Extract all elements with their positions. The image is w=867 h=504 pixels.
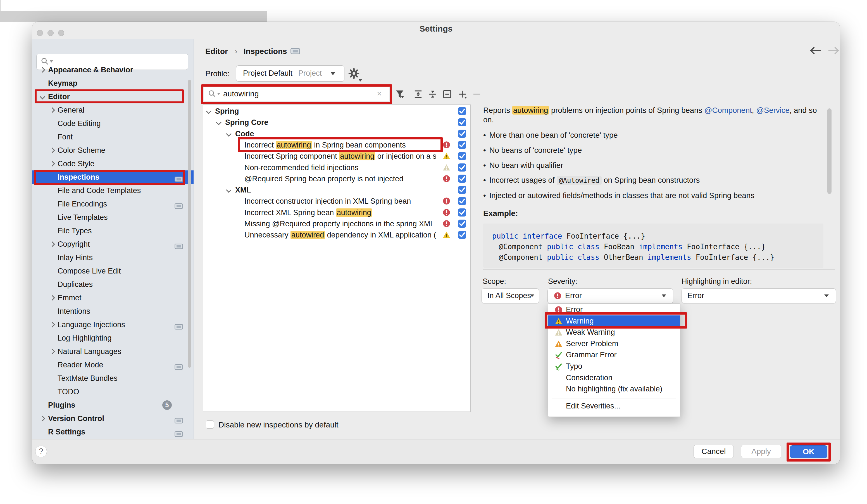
sidebar-item-code-style[interactable]: Code Style <box>32 157 194 170</box>
tree-row[interactable]: Non-recommended field injections <box>244 162 358 173</box>
menu-item-error[interactable]: Error <box>548 304 680 315</box>
sidebar-item-language-injections[interactable]: Language Injections <box>32 318 194 331</box>
back-arrow-icon[interactable] <box>810 46 822 55</box>
sidebar-item-file-encodings[interactable]: File Encodings <box>32 197 194 211</box>
chevron-right-icon[interactable] <box>50 295 55 301</box>
inspection-enabled-checkbox[interactable] <box>458 152 466 160</box>
inspection-enabled-checkbox[interactable] <box>458 186 466 194</box>
sidebar-item-todo[interactable]: TODO <box>32 385 194 398</box>
description-scrollbar[interactable] <box>827 108 832 194</box>
inspection-enabled-checkbox[interactable] <box>458 141 466 149</box>
expand-all-icon[interactable] <box>414 89 422 98</box>
collapse-all-icon[interactable] <box>428 89 437 98</box>
ok-button[interactable]: OK <box>790 445 827 458</box>
sidebar-item-code-editing[interactable]: Code Editing <box>32 117 194 130</box>
menu-item-weak-warning[interactable]: Weak Warning <box>548 326 680 338</box>
chevron-right-icon[interactable] <box>50 107 55 113</box>
annotation-link[interactable]: @Component <box>705 106 752 115</box>
sidebar-item-editor[interactable]: Editor <box>32 90 194 103</box>
sidebar-item-file-types[interactable]: File Types <box>32 224 194 237</box>
sidebar-item-emmet[interactable]: Emmet <box>32 291 194 304</box>
sidebar-item-textmate-bundles[interactable]: TextMate Bundles <box>32 372 194 385</box>
apply-button[interactable]: Apply <box>741 445 781 458</box>
add-icon[interactable] <box>458 89 467 98</box>
severity-select[interactable]: Error <box>547 288 673 303</box>
highlighting-select[interactable]: Error <box>682 288 836 303</box>
tree-row[interactable]: XML <box>235 184 251 195</box>
sidebar-item-color-scheme[interactable]: Color Scheme <box>32 143 194 157</box>
menu-item-grammar-error[interactable]: Grammar Error <box>548 349 680 361</box>
inspection-enabled-checkbox[interactable] <box>458 163 466 172</box>
inspection-enabled-checkbox[interactable] <box>458 197 466 205</box>
sidebar-item-log-highlighting[interactable]: Log Highlighting <box>32 331 194 345</box>
chevron-down-icon[interactable] <box>40 94 45 99</box>
sidebar-item-appearance-behavior[interactable]: Appearance & Behavior <box>32 63 194 77</box>
chevron-right-icon[interactable] <box>50 348 55 354</box>
inspection-enabled-checkbox[interactable] <box>458 118 466 126</box>
sidebar-item-duplicates[interactable]: Duplicates <box>32 278 194 291</box>
chevron-right-icon[interactable] <box>40 416 45 421</box>
filter-icon[interactable] <box>395 89 404 98</box>
tree-row[interactable]: Incorrect autowiring in Spring bean comp… <box>244 139 406 151</box>
sidebar-item-general[interactable]: General <box>32 103 194 117</box>
sidebar-item-plugins[interactable]: Plugins5 <box>32 398 194 412</box>
breadcrumb-editor[interactable]: Editor <box>205 47 228 56</box>
help-button[interactable]: ? <box>35 446 47 457</box>
profile-select[interactable]: Project Default Project <box>236 65 344 82</box>
sidebar-item-reader-mode[interactable]: Reader Mode <box>32 358 194 372</box>
reset-icon[interactable] <box>442 89 451 98</box>
chevron-right-icon[interactable] <box>50 148 55 153</box>
tree-row[interactable]: Incorrect XML Spring bean autowiring <box>244 207 372 218</box>
sidebar-item-inspections[interactable]: Inspections <box>32 170 194 184</box>
remove-icon[interactable] <box>472 89 481 98</box>
tree-row[interactable]: Unnecessary autowired dependency in XML … <box>244 229 436 240</box>
inspection-enabled-checkbox[interactable] <box>458 231 466 239</box>
sidebar-item-r-settings[interactable]: R Settings <box>32 425 194 439</box>
annotation-link[interactable]: @Service <box>756 106 790 115</box>
tree-row[interactable]: Code <box>235 128 254 139</box>
code-line: @Component public class OtherBean implem… <box>499 253 774 261</box>
sidebar-item-natural-languages[interactable]: Natural Languages <box>32 345 194 358</box>
sidebar-item-intentions[interactable]: Intentions <box>32 304 194 318</box>
tree-row[interactable]: Spring Core <box>225 117 268 128</box>
sidebar-item-copyright[interactable]: Copyright <box>32 237 194 251</box>
breadcrumb-inspections[interactable]: Inspections <box>244 47 287 56</box>
scope-select[interactable]: In All Scopes <box>482 288 539 303</box>
error-icon <box>443 197 450 205</box>
sidebar-item-file-and-code-templates[interactable]: File and Code Templates <box>32 184 194 197</box>
tree-row[interactable]: Spring <box>215 106 239 117</box>
tree-row[interactable]: Incorrect constructor injection in XML S… <box>244 195 411 207</box>
chevron-right-icon[interactable] <box>50 322 55 328</box>
sidebar-item-compose-live-edit[interactable]: Compose Live Edit <box>32 264 194 278</box>
sidebar-item-keymap[interactable]: Keymap <box>32 77 194 90</box>
menu-item-edit-severities[interactable]: Edit Severities... <box>566 402 620 410</box>
menu-item-warning[interactable]: Warning <box>548 315 680 326</box>
inspections-search-field[interactable]: autowiring × <box>204 87 389 101</box>
sidebar-item-live-templates[interactable]: Live Templates <box>32 211 194 224</box>
inspection-enabled-checkbox[interactable] <box>458 219 466 228</box>
menu-item-server-problem[interactable]: Server Problem <box>548 338 680 349</box>
sidebar-item-version-control[interactable]: Version Control <box>32 412 194 425</box>
inspection-enabled-checkbox[interactable] <box>458 208 466 216</box>
menu-item-typo[interactable]: Typo <box>548 361 680 372</box>
sidebar-item-inlay-hints[interactable]: Inlay Hints <box>32 251 194 264</box>
inspection-enabled-checkbox[interactable] <box>458 107 466 115</box>
cancel-button[interactable]: Cancel <box>694 445 734 458</box>
tree-row[interactable]: Missing @Required property injections in… <box>244 218 434 229</box>
sidebar-scrollbar[interactable] <box>188 80 191 368</box>
sidebar-item-font[interactable]: Font <box>32 130 194 143</box>
forward-arrow-icon[interactable] <box>827 46 839 55</box>
chevron-right-icon[interactable] <box>50 242 55 247</box>
gear-icon[interactable] <box>348 68 360 79</box>
tree-row[interactable]: @Required Spring bean property is not in… <box>244 173 403 184</box>
menu-item-no-highlighting-fix-available-[interactable]: No highlighting (fix available) <box>548 383 680 395</box>
chevron-right-icon[interactable] <box>40 67 45 73</box>
clear-search-icon[interactable]: × <box>377 89 382 98</box>
disable-new-inspections-checkbox[interactable] <box>206 420 214 429</box>
inspection-enabled-checkbox[interactable] <box>458 130 466 138</box>
sidebar-item-label: File and Code Templates <box>57 184 141 197</box>
tree-row[interactable]: Incorrect Spring component autowiring or… <box>244 151 436 162</box>
menu-item-consideration[interactable]: Consideration <box>548 372 680 383</box>
inspection-enabled-checkbox[interactable] <box>458 175 466 183</box>
chevron-right-icon[interactable] <box>50 161 55 167</box>
